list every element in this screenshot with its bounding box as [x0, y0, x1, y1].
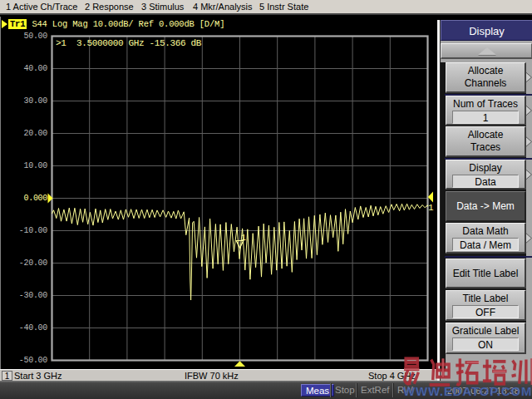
svg-text:1: 1 [241, 234, 246, 243]
svg-text:1: 1 [428, 203, 434, 213]
